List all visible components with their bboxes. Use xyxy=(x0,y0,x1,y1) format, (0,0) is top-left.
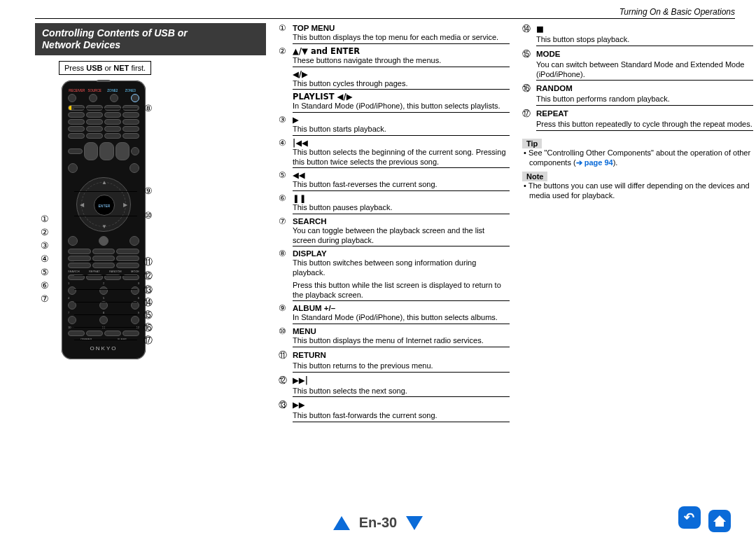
item-search: SEARCH xyxy=(293,217,327,225)
item-repeat: REPEAT xyxy=(536,109,568,118)
item-display: DISPLAY xyxy=(293,249,327,258)
item-album: ALBUM +/– xyxy=(293,304,335,312)
callout-14: ⑭ xyxy=(144,296,153,309)
remote-illustration-wrap: RECEIVERSOURCEZONE2ZONE3 xyxy=(62,81,146,359)
home-button[interactable] xyxy=(708,510,731,532)
header-rule xyxy=(35,18,735,19)
column-middle: ①TOP MENUThis button displays the top me… xyxy=(279,23,510,424)
callout-1: ① xyxy=(41,212,59,225)
title-line-1: Controlling Contents of USB or xyxy=(42,27,188,39)
item-return: RETURN xyxy=(293,351,326,359)
column-right: ⑭■This button stops playback. ⑮MODEYou c… xyxy=(522,23,753,201)
callout-13: ⑬ xyxy=(144,284,153,296)
item-rew: ◀◀ xyxy=(293,170,305,180)
remote-brand: ONKYO xyxy=(68,345,139,352)
item-pause: ❚❚ xyxy=(293,193,306,203)
callout-16: ⑯ xyxy=(144,321,153,334)
remote-illustration: RECEIVERSOURCEZONE2ZONE3 xyxy=(62,81,146,359)
right-callouts: ⑧ ⑨ ⑩ ⑪ ⑫ ⑬ ⑭ ⑮ ⑯ ⑰ xyxy=(153,81,244,359)
section-title: Controlling Contents of USB or Network D… xyxy=(35,23,266,55)
left-callouts: ① ② ③ ④ ⑤ ⑥ ⑦ xyxy=(41,212,59,305)
page-up-icon[interactable] xyxy=(333,516,350,530)
column-left: Controlling Contents of USB or Network D… xyxy=(35,23,266,359)
note-label: Note xyxy=(522,172,547,181)
item-menu: MENU xyxy=(293,327,316,335)
item-arrows-enter: ▲/▼ and ENTER xyxy=(293,46,360,56)
callout-3: ③ xyxy=(41,239,59,252)
page-number: En-30 xyxy=(359,515,397,531)
callout-17: ⑰ xyxy=(144,334,153,347)
callout-2: ② xyxy=(41,225,59,239)
item-mode: MODE xyxy=(536,50,561,58)
item-ff: ▶▶ xyxy=(293,400,305,410)
item-prev: |◀◀ xyxy=(293,138,308,148)
callout-12: ⑫ xyxy=(144,270,153,282)
callout-10: ⑩ xyxy=(144,210,153,221)
callout-5: ⑤ xyxy=(41,265,59,279)
remote-enter: ENTER xyxy=(94,195,115,216)
tip-text: • See "Controlling Other Components" abo… xyxy=(529,148,753,168)
tip-label: Tip xyxy=(522,139,542,148)
item-top-menu: TOP MENU xyxy=(293,24,335,32)
item-next: ▶▶| xyxy=(293,375,308,385)
callout-6: ⑥ xyxy=(41,279,59,292)
callout-7: ⑦ xyxy=(41,292,59,305)
item-playlist: PLAYLIST ◀/▶ xyxy=(293,92,353,102)
page-link-94[interactable]: ➔ page 94 xyxy=(576,158,613,167)
item-page-arrows: ◀/▶ xyxy=(293,69,308,79)
callout-4: ④ xyxy=(41,252,59,265)
title-line-2: Network Devices xyxy=(42,39,120,50)
back-button[interactable]: ↶ xyxy=(678,506,701,529)
callout-8: ⑧ xyxy=(144,103,153,113)
callout-9: ⑨ xyxy=(144,186,153,196)
page-down-icon[interactable] xyxy=(406,516,423,530)
press-note: Press USB or NET first. xyxy=(59,61,151,75)
section-heading: Turning On & Basic Operations xyxy=(35,7,735,17)
item-random: RANDOM xyxy=(536,84,573,92)
note-text: • The buttons you can use will differ de… xyxy=(529,181,753,201)
page-footer: En-30 ↶ xyxy=(0,515,756,531)
callout-15: ⑮ xyxy=(144,309,153,321)
callout-11: ⑪ xyxy=(144,256,153,268)
item-play: ▶ xyxy=(293,115,299,125)
item-stop: ■ xyxy=(536,24,544,34)
